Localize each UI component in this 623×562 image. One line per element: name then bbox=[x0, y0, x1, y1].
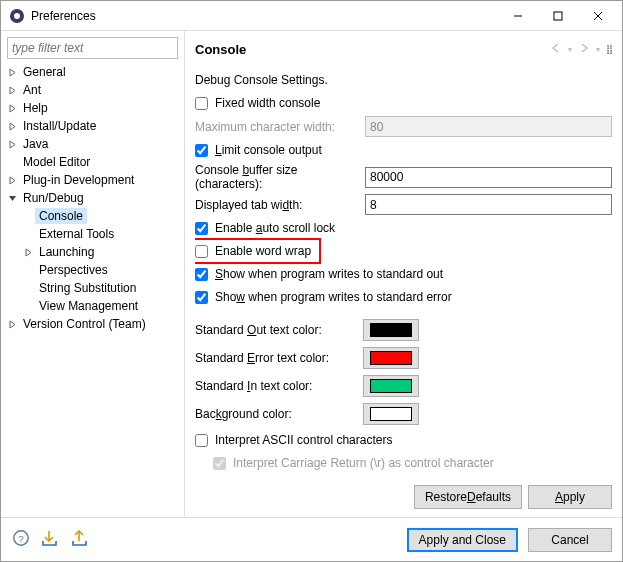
chevron-right-icon[interactable] bbox=[5, 65, 19, 79]
svg-rect-3 bbox=[554, 12, 562, 20]
word-wrap-checkbox[interactable]: Enable word wrap bbox=[195, 244, 311, 258]
limit-output-checkbox[interactable]: Limit console output bbox=[195, 143, 322, 157]
stdout-color-label: Standard Out text color: bbox=[195, 323, 363, 337]
bg-color-label: Background color: bbox=[195, 407, 363, 421]
chevron-right-icon[interactable] bbox=[5, 173, 19, 187]
tree-item[interactable]: Run/Debug bbox=[3, 189, 182, 207]
tree-item[interactable]: Perspectives bbox=[3, 261, 182, 279]
tree-item-label: String Substitution bbox=[35, 280, 140, 296]
show-stdout-checkbox[interactable]: Show when program writes to standard out bbox=[195, 267, 443, 281]
tab-width-input[interactable] bbox=[365, 194, 612, 215]
tree-item[interactable]: String Substitution bbox=[3, 279, 182, 297]
spacer bbox=[5, 155, 19, 169]
spacer bbox=[21, 209, 35, 223]
tree-item[interactable]: Model Editor bbox=[3, 153, 182, 171]
stderr-color-label: Standard Error text color: bbox=[195, 351, 363, 365]
tree-item[interactable]: Version Control (Team) bbox=[3, 315, 182, 333]
preferences-tree[interactable]: GeneralAntHelpInstall/UpdateJavaModel Ed… bbox=[3, 63, 182, 513]
dropdown-icon[interactable]: ▾ bbox=[568, 45, 572, 54]
tree-item-label: Console bbox=[35, 208, 87, 224]
tree-item-label: External Tools bbox=[35, 226, 118, 242]
ascii-ctrl-checkbox[interactable]: Interpret ASCII control characters bbox=[195, 433, 392, 447]
sidebar: GeneralAntHelpInstall/UpdateJavaModel Ed… bbox=[1, 31, 185, 517]
tree-item-label: Help bbox=[19, 100, 52, 116]
apply-and-close-button[interactable]: Apply and Close bbox=[407, 528, 518, 552]
restore-defaults-button[interactable]: Restore Defaults bbox=[414, 485, 522, 509]
export-icon[interactable] bbox=[71, 529, 91, 550]
tree-item-label: View Management bbox=[35, 298, 142, 314]
tree-item-label: Model Editor bbox=[19, 154, 94, 170]
filter-input[interactable] bbox=[7, 37, 178, 59]
tree-item-label: Launching bbox=[35, 244, 98, 260]
chevron-right-icon[interactable] bbox=[5, 101, 19, 115]
close-button[interactable] bbox=[578, 2, 618, 30]
page-nav: ▾ ▾ ⁞⁞ bbox=[550, 42, 612, 57]
tree-item-label: Ant bbox=[19, 82, 45, 98]
max-char-input bbox=[365, 116, 612, 137]
chevron-down-icon[interactable] bbox=[5, 191, 19, 205]
titlebar: Preferences bbox=[1, 1, 622, 31]
tree-item[interactable]: Console bbox=[3, 207, 182, 225]
bg-color-button[interactable] bbox=[363, 403, 419, 425]
spacer bbox=[21, 299, 35, 313]
tree-item-label: Plug-in Development bbox=[19, 172, 138, 188]
chevron-right-icon[interactable] bbox=[5, 83, 19, 97]
menu-icon[interactable]: ⁞⁞ bbox=[606, 42, 612, 57]
auto-scroll-checkbox[interactable]: Enable auto scroll lock bbox=[195, 221, 335, 235]
tree-item[interactable]: Install/Update bbox=[3, 117, 182, 135]
stdin-color-button[interactable] bbox=[363, 375, 419, 397]
spacer bbox=[21, 263, 35, 277]
tree-item-label: Install/Update bbox=[19, 118, 100, 134]
page-subtitle: Debug Console Settings. bbox=[195, 70, 612, 90]
minimize-button[interactable] bbox=[498, 2, 538, 30]
buffer-size-label: Console buffer size (characters): bbox=[195, 163, 365, 191]
fixed-width-checkbox[interactable]: Fixed width console bbox=[195, 96, 320, 110]
tree-item-label: Perspectives bbox=[35, 262, 112, 278]
tree-item[interactable]: View Management bbox=[3, 297, 182, 315]
tree-item-label: Java bbox=[19, 136, 52, 152]
stderr-color-button[interactable] bbox=[363, 347, 419, 369]
chevron-right-icon[interactable] bbox=[5, 317, 19, 331]
max-char-label: Maximum character width: bbox=[195, 120, 365, 134]
page-title: Console bbox=[195, 42, 550, 57]
help-icon[interactable]: ? bbox=[11, 529, 31, 550]
tree-item[interactable]: Java bbox=[3, 135, 182, 153]
svg-point-1 bbox=[14, 13, 20, 19]
tree-item[interactable]: External Tools bbox=[3, 225, 182, 243]
spacer bbox=[21, 281, 35, 295]
app-icon bbox=[9, 8, 25, 24]
show-stderr-checkbox[interactable]: Show when program writes to standard err… bbox=[195, 290, 452, 304]
buffer-size-input[interactable] bbox=[365, 167, 612, 188]
nav-forward-icon[interactable] bbox=[578, 42, 590, 57]
stdin-color-label: Standard In text color: bbox=[195, 379, 363, 393]
tree-item[interactable]: Launching bbox=[3, 243, 182, 261]
window-title: Preferences bbox=[31, 9, 498, 23]
svg-text:?: ? bbox=[18, 533, 24, 544]
apply-button[interactable]: Apply bbox=[528, 485, 612, 509]
maximize-button[interactable] bbox=[538, 2, 578, 30]
tree-item[interactable]: General bbox=[3, 63, 182, 81]
chevron-right-icon[interactable] bbox=[5, 137, 19, 151]
tab-width-label: Displayed tab width: bbox=[195, 198, 365, 212]
spacer bbox=[21, 227, 35, 241]
import-icon[interactable] bbox=[41, 529, 61, 550]
dropdown-icon[interactable]: ▾ bbox=[596, 45, 600, 54]
tree-item[interactable]: Ant bbox=[3, 81, 182, 99]
tree-item-label: Version Control (Team) bbox=[19, 316, 150, 332]
chevron-right-icon[interactable] bbox=[21, 245, 35, 259]
chevron-right-icon[interactable] bbox=[5, 119, 19, 133]
tree-item-label: Run/Debug bbox=[19, 190, 88, 206]
tree-item[interactable]: Help bbox=[3, 99, 182, 117]
nav-back-icon[interactable] bbox=[550, 42, 562, 57]
cancel-button[interactable]: Cancel bbox=[528, 528, 612, 552]
tree-item[interactable]: Plug-in Development bbox=[3, 171, 182, 189]
tree-item-label: General bbox=[19, 64, 70, 80]
cr-ctrl-checkbox: Interpret Carriage Return (\r) as contro… bbox=[213, 456, 494, 470]
stdout-color-button[interactable] bbox=[363, 319, 419, 341]
